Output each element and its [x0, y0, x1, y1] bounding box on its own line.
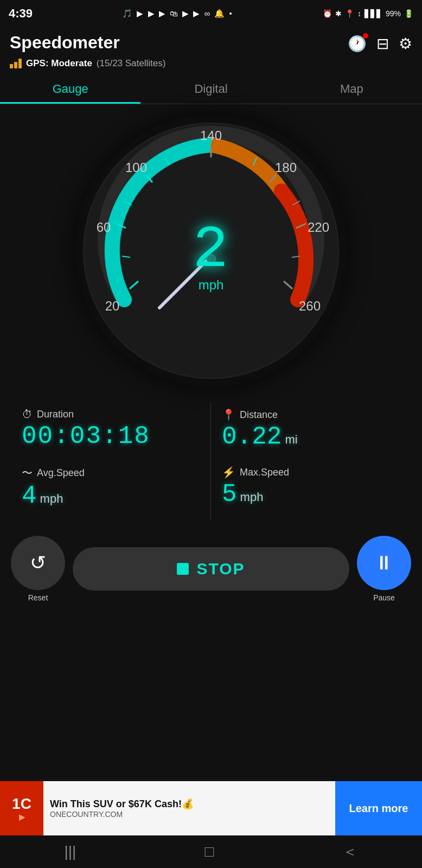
gps-bar-1 [10, 64, 13, 68]
gps-bar-3 [18, 59, 22, 68]
current-speed: 2 [193, 220, 229, 280]
gps-satellites: (15/23 Satellites) [97, 58, 166, 69]
reset-button[interactable]: ↺ [11, 536, 65, 590]
duration-icon: ⏱ [22, 408, 33, 421]
avg-speed-cell: 〜 Avg.Speed 4 mph [11, 460, 211, 519]
bluetooth-icon: ✱ [335, 9, 342, 18]
signal-icon: ▋▋▋ [365, 9, 382, 18]
pause-icon: ⏸ [374, 552, 394, 574]
ad-logo: 1C ▶ [0, 781, 43, 835]
gps-signal-bars [10, 59, 22, 68]
app-title: Speedometer [10, 33, 120, 53]
status-icons: 🎵 ▶ ▶ ▶ 🛍 ▶ ▶ ∞ 🔔 • [122, 9, 233, 18]
duration-value: 00:03:18 [22, 424, 200, 449]
bottom-nav: ||| □ ＜ [0, 835, 422, 868]
nav-menu-button[interactable]: ||| [65, 843, 76, 860]
svg-text:260: 260 [299, 299, 321, 313]
distance-cell: 📍 Distance 0.22 mi [211, 403, 411, 460]
nav-back-button[interactable]: ＜ [342, 841, 357, 862]
avg-speed-label: 〜 Avg.Speed [22, 466, 200, 480]
battery-icon: 🔋 [404, 9, 413, 18]
stats-section: ⏱ Duration 00:03:18 📍 Distance 0.22 mi 〜… [0, 392, 422, 525]
svg-text:140: 140 [200, 128, 222, 143]
reset-control: ↺ Reset [11, 536, 65, 602]
duration-label: ⏱ Duration [22, 408, 200, 421]
gauge-dial: 20 60 100 140 180 220 260 2 mph [75, 115, 347, 387]
stop-button[interactable]: STOP [73, 547, 349, 591]
gps-label: GPS: Moderate [26, 58, 92, 69]
pause-button[interactable]: ⏸ [357, 536, 411, 590]
layout-button[interactable]: ⊟ [376, 35, 389, 53]
alarm-icon: ⏰ [323, 9, 332, 18]
svg-text:180: 180 [275, 160, 297, 175]
max-speed-label: ⚡ Max.Speed [222, 466, 400, 479]
gps-status: GPS: Moderate (15/23 Satellites) [0, 56, 422, 74]
tab-bar: Gauge Digital Map [0, 74, 422, 104]
tab-map[interactable]: Map [282, 74, 422, 104]
tab-digital[interactable]: Digital [140, 74, 281, 104]
distance-label: 📍 Distance [222, 408, 400, 421]
notification-dot [363, 33, 368, 39]
settings-icon: ⚙ [399, 35, 412, 52]
gauge-container: 20 60 100 140 180 220 260 2 mph [0, 104, 422, 392]
duration-cell: ⏱ Duration 00:03:18 [11, 403, 211, 460]
distance-icon: 📍 [222, 408, 235, 421]
max-speed-icon: ⚡ [222, 466, 235, 479]
reset-label: Reset [28, 593, 48, 602]
svg-text:100: 100 [125, 160, 147, 175]
battery-level: 99% [386, 9, 401, 18]
controls-bar: ↺ Reset STOP ⏸ Pause [0, 525, 422, 607]
nav-home-button[interactable]: □ [204, 843, 214, 860]
history-button[interactable]: 🕐 [348, 35, 367, 53]
status-time: 4:39 [9, 7, 33, 21]
svg-text:20: 20 [105, 299, 120, 313]
distance-value: 0.22 mi [222, 425, 400, 449]
svg-text:220: 220 [308, 220, 329, 235]
ad-content: Win This SUV or $67K Cash!💰 ONECOUNTRY.C… [43, 794, 335, 823]
pause-label: Pause [373, 593, 395, 602]
ad-logo-text: 1C [12, 795, 31, 813]
header-title-section: Speedometer [10, 33, 120, 53]
ad-logo-play: ▶ [19, 813, 25, 821]
location-icon: 📍 [345, 9, 354, 18]
speed-display: 2 mph [193, 220, 229, 293]
stop-icon [177, 563, 189, 575]
status-bar: 4:39 🎵 ▶ ▶ ▶ 🛍 ▶ ▶ ∞ 🔔 • ⏰ ✱ 📍 ↕ ▋▋▋ 99%… [0, 0, 422, 27]
ad-banner[interactable]: 1C ▶ Win This SUV or $67K Cash!💰 ONECOUN… [0, 781, 422, 835]
header-icons: 🕐 ⊟ ⚙ [348, 35, 412, 53]
ad-subtitle: ONECOUNTRY.COM [50, 810, 329, 819]
notification-icons: 🎵 ▶ ▶ ▶ 🛍 ▶ ▶ ∞ 🔔 • [122, 9, 233, 18]
pause-control: ⏸ Pause [357, 536, 411, 602]
gps-bar-2 [14, 62, 17, 68]
app-header: Speedometer 🕐 ⊟ ⚙ [0, 27, 422, 56]
settings-button[interactable]: ⚙ [399, 35, 412, 53]
tab-gauge[interactable]: Gauge [0, 74, 140, 104]
max-speed-value: 5 mph [222, 482, 400, 507]
layout-icon: ⊟ [376, 35, 389, 52]
ad-cta-button[interactable]: Learn more [335, 781, 422, 835]
stop-label: STOP [196, 560, 245, 578]
avg-speed-value: 4 mph [22, 484, 200, 509]
avg-speed-icon: 〜 [22, 466, 33, 480]
max-speed-cell: ⚡ Max.Speed 5 mph [211, 460, 411, 519]
ad-title: Win This SUV or $67K Cash!💰 [50, 798, 329, 810]
svg-text:60: 60 [97, 220, 111, 235]
data-icon: ↕ [357, 9, 361, 18]
status-right: ⏰ ✱ 📍 ↕ ▋▋▋ 99% 🔋 [323, 9, 413, 18]
reset-icon: ↺ [30, 552, 46, 574]
